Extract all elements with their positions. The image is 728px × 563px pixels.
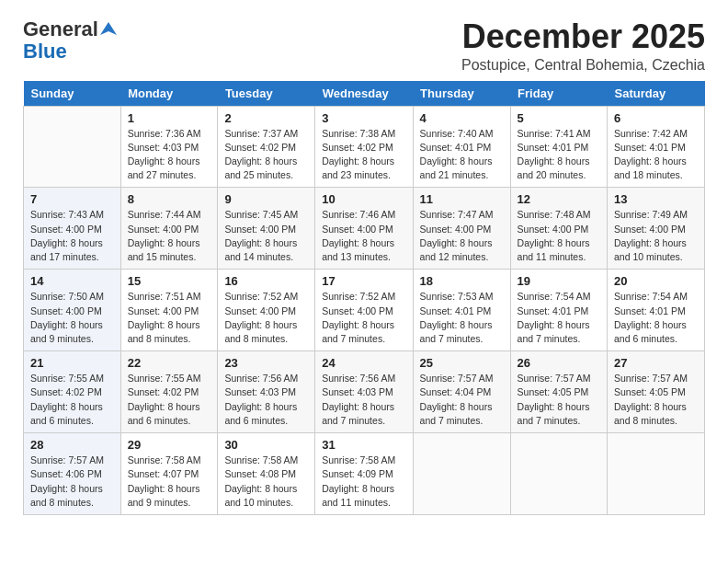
calendar-header: Sunday Monday Tuesday Wednesday Thursday…	[24, 81, 705, 107]
day-number: 4	[420, 111, 504, 125]
calendar-cell: 22Sunrise: 7:55 AMSunset: 4:02 PMDayligh…	[120, 351, 218, 433]
calendar-cell: 15Sunrise: 7:51 AMSunset: 4:00 PMDayligh…	[120, 270, 218, 351]
calendar-cell	[413, 433, 510, 515]
day-number: 21	[30, 356, 114, 370]
page-header: General Blue December 2025 Postupice, Ce…	[23, 18, 705, 74]
day-number: 3	[322, 111, 405, 125]
day-number: 19	[518, 274, 600, 288]
calendar-table: Sunday Monday Tuesday Wednesday Thursday…	[23, 81, 705, 515]
calendar-cell: 28Sunrise: 7:57 AMSunset: 4:06 PMDayligh…	[24, 433, 121, 515]
calendar-body: 1Sunrise: 7:36 AMSunset: 4:03 PMDaylight…	[24, 106, 705, 514]
calendar-cell: 5Sunrise: 7:41 AMSunset: 4:01 PMDaylight…	[510, 106, 607, 188]
calendar-cell: 9Sunrise: 7:45 AMSunset: 4:00 PMDaylight…	[218, 188, 315, 270]
day-info: Sunrise: 7:54 AMSunset: 4:01 PMDaylight:…	[518, 290, 600, 346]
day-number: 1	[128, 111, 211, 125]
calendar-cell: 18Sunrise: 7:53 AMSunset: 4:01 PMDayligh…	[413, 270, 510, 351]
day-number: 31	[322, 438, 405, 452]
calendar-cell: 24Sunrise: 7:56 AMSunset: 4:03 PMDayligh…	[315, 351, 413, 433]
day-info: Sunrise: 7:44 AMSunset: 4:00 PMDaylight:…	[128, 208, 211, 264]
day-info: Sunrise: 7:48 AMSunset: 4:00 PMDaylight:…	[518, 208, 600, 264]
calendar-cell: 26Sunrise: 7:57 AMSunset: 4:05 PMDayligh…	[510, 351, 607, 433]
day-number: 22	[128, 356, 211, 370]
day-number: 12	[518, 192, 600, 206]
calendar-cell: 7Sunrise: 7:43 AMSunset: 4:00 PMDaylight…	[24, 188, 121, 270]
day-number: 8	[128, 192, 211, 206]
day-number: 13	[614, 192, 698, 206]
day-number: 18	[420, 274, 504, 288]
calendar-cell: 3Sunrise: 7:38 AMSunset: 4:02 PMDaylight…	[315, 106, 413, 188]
day-number: 5	[518, 111, 600, 125]
day-info: Sunrise: 7:40 AMSunset: 4:01 PMDaylight:…	[420, 127, 504, 183]
day-number: 25	[420, 356, 504, 370]
day-info: Sunrise: 7:51 AMSunset: 4:00 PMDaylight:…	[128, 290, 211, 346]
logo-general: General	[23, 18, 98, 40]
calendar-cell: 6Sunrise: 7:42 AMSunset: 4:01 PMDaylight…	[608, 106, 705, 188]
calendar-cell	[510, 433, 607, 515]
day-number: 28	[30, 438, 114, 452]
day-info: Sunrise: 7:57 AMSunset: 4:04 PMDaylight:…	[420, 372, 504, 428]
calendar-cell: 30Sunrise: 7:58 AMSunset: 4:08 PMDayligh…	[218, 433, 315, 515]
day-info: Sunrise: 7:50 AMSunset: 4:00 PMDaylight:…	[30, 290, 114, 346]
day-info: Sunrise: 7:58 AMSunset: 4:09 PMDaylight:…	[322, 454, 405, 510]
calendar-cell: 17Sunrise: 7:52 AMSunset: 4:00 PMDayligh…	[315, 270, 413, 351]
calendar-cell	[24, 106, 121, 188]
calendar-cell: 21Sunrise: 7:55 AMSunset: 4:02 PMDayligh…	[24, 351, 121, 433]
day-number: 9	[224, 192, 308, 206]
day-info: Sunrise: 7:43 AMSunset: 4:00 PMDaylight:…	[30, 208, 114, 264]
day-info: Sunrise: 7:58 AMSunset: 4:07 PMDaylight:…	[128, 454, 211, 510]
day-number: 24	[322, 356, 405, 370]
svg-marker-0	[100, 22, 117, 35]
day-number: 27	[614, 356, 698, 370]
day-info: Sunrise: 7:55 AMSunset: 4:02 PMDaylight:…	[128, 372, 211, 428]
day-info: Sunrise: 7:58 AMSunset: 4:08 PMDaylight:…	[224, 454, 308, 510]
day-number: 15	[128, 274, 211, 288]
col-monday: Monday	[120, 81, 218, 107]
day-info: Sunrise: 7:57 AMSunset: 4:05 PMDaylight:…	[518, 372, 600, 428]
calendar-cell: 23Sunrise: 7:56 AMSunset: 4:03 PMDayligh…	[218, 351, 315, 433]
day-info: Sunrise: 7:49 AMSunset: 4:00 PMDaylight:…	[614, 208, 698, 264]
logo-bird-icon	[100, 20, 117, 37]
calendar-cell: 14Sunrise: 7:50 AMSunset: 4:00 PMDayligh…	[24, 270, 121, 351]
day-info: Sunrise: 7:55 AMSunset: 4:02 PMDaylight:…	[30, 372, 114, 428]
calendar-cell: 13Sunrise: 7:49 AMSunset: 4:00 PMDayligh…	[608, 188, 705, 270]
logo: General Blue	[23, 18, 117, 63]
day-number: 10	[322, 192, 405, 206]
calendar-cell: 25Sunrise: 7:57 AMSunset: 4:04 PMDayligh…	[413, 351, 510, 433]
calendar-week-5: 28Sunrise: 7:57 AMSunset: 4:06 PMDayligh…	[24, 433, 705, 515]
calendar-cell: 27Sunrise: 7:57 AMSunset: 4:05 PMDayligh…	[608, 351, 705, 433]
calendar-cell: 19Sunrise: 7:54 AMSunset: 4:01 PMDayligh…	[510, 270, 607, 351]
calendar-cell: 16Sunrise: 7:52 AMSunset: 4:00 PMDayligh…	[218, 270, 315, 351]
day-info: Sunrise: 7:38 AMSunset: 4:02 PMDaylight:…	[322, 127, 405, 183]
day-info: Sunrise: 7:47 AMSunset: 4:00 PMDaylight:…	[420, 208, 504, 264]
day-number: 26	[518, 356, 600, 370]
col-sunday: Sunday	[24, 81, 121, 107]
calendar-cell: 20Sunrise: 7:54 AMSunset: 4:01 PMDayligh…	[608, 270, 705, 351]
day-info: Sunrise: 7:52 AMSunset: 4:00 PMDaylight:…	[322, 290, 405, 346]
col-thursday: Thursday	[413, 81, 510, 107]
day-info: Sunrise: 7:53 AMSunset: 4:01 PMDaylight:…	[420, 290, 504, 346]
day-number: 20	[614, 274, 698, 288]
day-info: Sunrise: 7:56 AMSunset: 4:03 PMDaylight:…	[322, 372, 405, 428]
calendar-cell: 4Sunrise: 7:40 AMSunset: 4:01 PMDaylight…	[413, 106, 510, 188]
day-info: Sunrise: 7:56 AMSunset: 4:03 PMDaylight:…	[224, 372, 308, 428]
day-info: Sunrise: 7:37 AMSunset: 4:02 PMDaylight:…	[224, 127, 308, 183]
day-number: 6	[614, 111, 698, 125]
day-info: Sunrise: 7:42 AMSunset: 4:01 PMDaylight:…	[614, 127, 698, 183]
month-title: December 2025	[461, 18, 705, 55]
calendar-cell: 2Sunrise: 7:37 AMSunset: 4:02 PMDaylight…	[218, 106, 315, 188]
day-number: 7	[30, 192, 114, 206]
day-info: Sunrise: 7:52 AMSunset: 4:00 PMDaylight:…	[224, 290, 308, 346]
day-info: Sunrise: 7:57 AMSunset: 4:05 PMDaylight:…	[614, 372, 698, 428]
day-number: 11	[420, 192, 504, 206]
calendar-cell	[608, 433, 705, 515]
logo-blue: Blue	[23, 40, 67, 63]
calendar-cell: 31Sunrise: 7:58 AMSunset: 4:09 PMDayligh…	[315, 433, 413, 515]
day-number: 29	[128, 438, 211, 452]
day-info: Sunrise: 7:41 AMSunset: 4:01 PMDaylight:…	[518, 127, 600, 183]
calendar-cell: 10Sunrise: 7:46 AMSunset: 4:00 PMDayligh…	[315, 188, 413, 270]
calendar-week-1: 1Sunrise: 7:36 AMSunset: 4:03 PMDaylight…	[24, 106, 705, 188]
calendar-cell: 8Sunrise: 7:44 AMSunset: 4:00 PMDaylight…	[120, 188, 218, 270]
day-number: 23	[224, 356, 308, 370]
day-info: Sunrise: 7:57 AMSunset: 4:06 PMDaylight:…	[30, 454, 114, 510]
day-number: 17	[322, 274, 405, 288]
